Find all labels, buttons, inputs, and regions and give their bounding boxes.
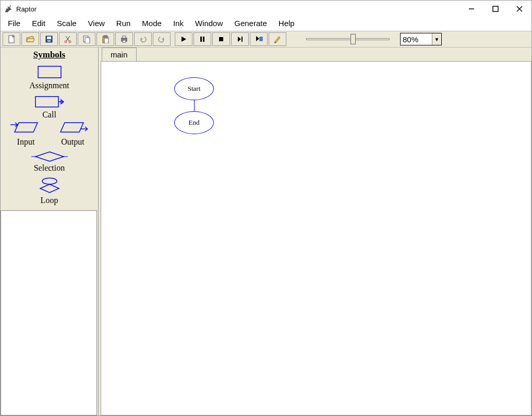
menu-file[interactable]: File xyxy=(3,18,26,29)
symbol-assignment[interactable]: Assignment xyxy=(1,64,98,90)
menu-run[interactable]: Run xyxy=(111,18,136,29)
minimize-button[interactable] xyxy=(460,1,483,17)
svg-rect-23 xyxy=(241,37,243,42)
save-button[interactable] xyxy=(40,32,58,46)
symbol-selection[interactable]: Selection xyxy=(1,151,98,173)
menu-generate[interactable]: Generate xyxy=(229,18,272,29)
flow-start-node[interactable]: Start xyxy=(174,77,214,100)
svg-point-35 xyxy=(42,178,57,184)
flowchart-canvas[interactable]: Start End xyxy=(101,61,531,415)
symbol-loop-label: Loop xyxy=(1,196,98,205)
toolbar: 80% ▼ xyxy=(1,31,531,47)
svg-rect-24 xyxy=(260,37,262,41)
svg-marker-32 xyxy=(35,152,64,161)
open-button[interactable] xyxy=(21,32,39,46)
redo-button[interactable] xyxy=(153,32,171,46)
svg-rect-20 xyxy=(200,37,202,42)
menu-window[interactable]: Window xyxy=(190,18,228,29)
paste-button[interactable] xyxy=(96,32,114,46)
svg-rect-22 xyxy=(219,37,223,41)
window-controls xyxy=(460,1,531,17)
new-button[interactable] xyxy=(3,32,20,46)
step-button[interactable] xyxy=(231,32,249,46)
svg-rect-1 xyxy=(493,6,498,11)
maximize-button[interactable] xyxy=(483,1,507,17)
symbol-call-label: Call xyxy=(1,110,98,120)
pause-button[interactable] xyxy=(194,32,211,46)
menu-mode[interactable]: Mode xyxy=(137,18,167,29)
svg-marker-30 xyxy=(61,123,83,132)
title-bar: Raptor xyxy=(1,1,531,17)
watch-panel xyxy=(1,210,97,415)
canvas-wrap: main Start End xyxy=(99,47,531,415)
app-icon xyxy=(4,4,13,14)
svg-marker-28 xyxy=(15,123,38,132)
ink-button[interactable] xyxy=(269,32,286,46)
slider-thumb[interactable] xyxy=(350,34,356,44)
symbol-call[interactable]: Call xyxy=(1,94,98,120)
symbol-output-label: Output xyxy=(57,137,89,147)
play-button[interactable] xyxy=(175,32,192,46)
svg-rect-26 xyxy=(35,97,58,107)
svg-rect-13 xyxy=(85,38,90,43)
svg-line-8 xyxy=(66,36,69,41)
svg-line-9 xyxy=(66,36,70,41)
svg-rect-19 xyxy=(123,40,126,42)
symbols-title: Symbols xyxy=(1,50,98,60)
menu-ink[interactable]: Ink xyxy=(168,18,189,29)
symbol-output[interactable]: Output xyxy=(57,120,89,147)
menu-help[interactable]: Help xyxy=(273,18,300,29)
zoom-select[interactable]: 80% ▼ xyxy=(400,33,442,45)
menu-scale[interactable]: Scale xyxy=(52,18,82,29)
cut-button[interactable] xyxy=(59,32,77,46)
copy-button[interactable] xyxy=(78,32,95,46)
symbol-input-label: Input xyxy=(10,137,42,147)
svg-point-10 xyxy=(65,41,67,43)
svg-rect-7 xyxy=(47,40,51,42)
symbol-loop[interactable]: Loop xyxy=(1,177,98,205)
print-button[interactable] xyxy=(115,32,133,46)
symbol-assignment-label: Assignment xyxy=(1,81,98,90)
tab-main[interactable]: main xyxy=(102,47,137,61)
svg-rect-16 xyxy=(104,38,108,43)
svg-marker-36 xyxy=(40,184,59,193)
menu-view[interactable]: View xyxy=(83,18,110,29)
menu-edit[interactable]: Edit xyxy=(27,18,51,29)
stop-button[interactable] xyxy=(212,32,230,46)
svg-point-11 xyxy=(69,41,71,43)
svg-rect-25 xyxy=(38,66,61,78)
flow-end-label: End xyxy=(189,118,200,127)
step-into-button[interactable] xyxy=(250,32,268,46)
symbols-sidebar: Symbols Assignment Call xyxy=(1,47,99,415)
flow-start-label: Start xyxy=(188,85,201,93)
svg-rect-15 xyxy=(104,35,107,37)
zoom-value: 80% xyxy=(401,35,432,44)
tab-strip: main xyxy=(99,47,531,61)
flow-end-node[interactable]: End xyxy=(174,111,214,134)
speed-slider[interactable] xyxy=(306,33,390,45)
svg-rect-6 xyxy=(47,37,51,39)
flow-connector xyxy=(194,100,195,111)
svg-rect-21 xyxy=(203,37,204,42)
symbol-input[interactable]: Input xyxy=(10,120,42,147)
svg-rect-18 xyxy=(123,36,126,38)
close-button[interactable] xyxy=(507,1,531,17)
undo-button[interactable] xyxy=(134,32,152,46)
dropdown-arrow-icon[interactable]: ▼ xyxy=(432,33,441,45)
menu-bar: File Edit Scale View Run Mode Ink Window… xyxy=(1,17,531,31)
app-title: Raptor xyxy=(16,5,37,13)
symbol-selection-label: Selection xyxy=(1,163,98,173)
